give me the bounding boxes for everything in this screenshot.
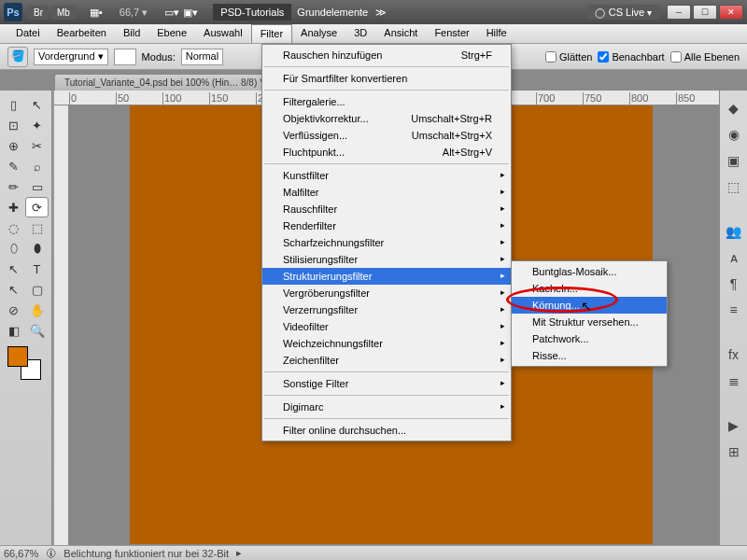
menu-bearbeiten[interactable]: Bearbeiten — [49, 24, 115, 43]
panel-icon-11[interactable]: ⊞ — [722, 440, 746, 464]
tool-preset-icon[interactable] — [7, 47, 28, 67]
tool-19[interactable]: ▢ — [25, 279, 49, 300]
submenu-item-risse-[interactable]: Risse... — [512, 347, 667, 364]
tool-12[interactable]: ◌ — [2, 217, 25, 238]
menu-item-weichzeichnungsfilter[interactable]: Weichzeichnungsfilter — [262, 335, 511, 352]
menu-auswahl[interactable]: Auswahl — [195, 24, 251, 43]
menu-item-fluchtpunkt-[interactable]: Fluchtpunkt...Alt+Strg+V — [262, 144, 511, 161]
menu-item-scharfzeichnungsfilter[interactable]: Scharfzeichnungsfilter — [262, 234, 511, 251]
panel-icon-6[interactable]: ¶ — [722, 272, 746, 296]
status-arrow-icon[interactable]: ▸ — [236, 547, 242, 559]
tool-21[interactable]: ✋ — [25, 300, 49, 320]
all-layers-checkbox[interactable]: Alle Ebenen — [670, 51, 740, 63]
tool-10[interactable]: ✚ — [2, 197, 25, 217]
tool-16[interactable]: ↖ — [2, 259, 25, 279]
pattern-swatch[interactable] — [114, 49, 136, 65]
menu-item-vergr-berungsfilter[interactable]: Vergröberungsfilter — [262, 285, 511, 301]
close-button[interactable]: ✕ — [719, 5, 743, 20]
menu-item-f-r-smartfilter-konvertieren[interactable]: Für Smartfilter konvertieren — [262, 70, 511, 87]
submenu-item-buntglas-mosaik-[interactable]: Buntglas-Mosaik... — [512, 263, 667, 280]
menu-item-zeichenfilter[interactable]: Zeichenfilter — [262, 352, 511, 369]
menu-item-verfl-ssigen-[interactable]: Verflüssigen...Umschalt+Strg+X — [262, 127, 511, 144]
filter-menu-dropdown: Rauschen hinzufügenStrg+FFür Smartfilter… — [261, 44, 512, 441]
tool-17[interactable]: T — [25, 259, 49, 279]
tool-0[interactable]: ▯ — [2, 94, 25, 115]
antialias-checkbox[interactable]: Glätten — [545, 51, 592, 63]
panel-icon-7[interactable]: ≡ — [722, 298, 746, 322]
menu-ansicht[interactable]: Ansicht — [375, 24, 426, 43]
menu-filter[interactable]: Filter — [251, 24, 292, 43]
menu-analyse[interactable]: Analyse — [292, 24, 345, 43]
menu-hilfe[interactable]: Hilfe — [478, 24, 515, 43]
tool-2[interactable]: ⊡ — [2, 115, 25, 135]
view-extras-icon[interactable]: ▭▾ — [164, 7, 179, 19]
menu-datei[interactable]: Datei — [7, 24, 49, 43]
menu-item-stilisierungsfilter[interactable]: Stilisierungsfilter — [262, 251, 511, 268]
tool-22[interactable]: ◧ — [2, 320, 25, 341]
fill-source-dropdown[interactable]: Vordergrund ▾ — [34, 49, 108, 65]
tool-4[interactable]: ⊕ — [2, 135, 25, 156]
menu-item-videofilter[interactable]: Videofilter — [262, 318, 511, 335]
menu-item-malfilter[interactable]: Malfilter — [262, 184, 511, 201]
menu-item-rauschfilter[interactable]: Rauschfilter — [262, 201, 511, 217]
panel-icon-2[interactable]: ▣ — [722, 148, 746, 173]
panel-icon-9[interactable]: ≣ — [722, 369, 746, 393]
tool-13[interactable]: ⬚ — [25, 217, 49, 238]
menu-item-verzerrungsfilter[interactable]: Verzerrungsfilter — [262, 301, 511, 318]
cs-live-button[interactable]: CS Live ▾ — [587, 5, 659, 20]
workspace-button[interactable]: PSD-Tutorials — [213, 4, 291, 21]
panel-icon-4[interactable]: 👥 — [722, 219, 746, 244]
tool-5[interactable]: ✂ — [25, 135, 49, 156]
panel-icon-10[interactable]: ▶ — [722, 413, 746, 438]
menu-fenster[interactable]: Fenster — [426, 24, 477, 43]
tool-20[interactable]: ⊘ — [2, 300, 25, 320]
menu-item-renderfilter[interactable]: Renderfilter — [262, 217, 511, 234]
menu-item-kunstfilter[interactable]: Kunstfilter — [262, 167, 511, 184]
document-tab[interactable]: Tutorial_Variante_04.psd bei 100% (Hin… … — [54, 74, 274, 91]
panel-icon-5[interactable]: ᴀ — [722, 245, 746, 270]
tool-7[interactable]: ⌕ — [25, 156, 49, 176]
contiguous-checkbox[interactable]: Benachbart — [598, 51, 664, 63]
maximize-button[interactable]: ☐ — [693, 5, 717, 20]
menu-item-sonstige-filter[interactable]: Sonstige Filter — [262, 375, 511, 392]
submenu-item-mit-struktur-versehen-[interactable]: Mit Struktur versehen... — [512, 314, 667, 330]
mode-dropdown[interactable]: Normal — [181, 49, 223, 65]
tool-15[interactable]: ⬮ — [25, 238, 49, 259]
zoom-level[interactable]: 66,7 ▾ — [120, 7, 148, 19]
more-icon[interactable]: ≫ — [375, 7, 387, 19]
view-arrange-icon[interactable]: ▦▪ — [90, 7, 103, 19]
tool-6[interactable]: ✎ — [2, 156, 25, 176]
submenu-item-patchwork-[interactable]: Patchwork... — [512, 330, 667, 347]
menu-item-filter-online-durchsuchen-[interactable]: Filter online durchsuchen... — [262, 422, 511, 439]
screen-mode-icon[interactable]: ▣▾ — [183, 7, 198, 19]
menu-item-rauschen-hinzuf-gen[interactable]: Rauschen hinzufügenStrg+F — [262, 47, 511, 63]
menu-bild[interactable]: Bild — [115, 24, 148, 43]
menu-item-filtergalerie-[interactable]: Filtergalerie... — [262, 93, 511, 110]
panel-icon-1[interactable]: ◉ — [722, 122, 746, 147]
panel-icon-3[interactable]: ⬚ — [722, 175, 746, 199]
bridge-button[interactable]: Br — [28, 6, 49, 20]
minimize-button[interactable]: ─ — [667, 5, 691, 20]
status-message: Belichtung funktioniert nur bei 32-Bit — [63, 548, 229, 559]
submenu-item-k-rnung-[interactable]: Körnung... — [512, 297, 667, 314]
panel-icon-8[interactable]: fx — [722, 343, 746, 367]
minibridge-button[interactable]: Mb — [51, 6, 76, 20]
menu-3d[interactable]: 3D — [345, 24, 375, 43]
tool-11[interactable]: ⟳ — [25, 197, 49, 217]
menu-ebene[interactable]: Ebene — [148, 24, 195, 43]
workspace-label[interactable]: Grundelemente — [297, 7, 368, 18]
menu-item-digimarc[interactable]: Digimarc — [262, 399, 511, 415]
status-zoom[interactable]: 66,67% — [4, 548, 38, 559]
tool-14[interactable]: ⬯ — [2, 238, 25, 259]
panel-icon-0[interactable]: ◆ — [722, 96, 746, 120]
tool-8[interactable]: ✏ — [2, 176, 25, 197]
tool-3[interactable]: ✦ — [25, 115, 49, 135]
menu-item-strukturierungsfilter[interactable]: Strukturierungsfilter — [262, 268, 511, 285]
tool-9[interactable]: ▭ — [25, 176, 49, 197]
tool-23[interactable]: 🔍 — [25, 320, 49, 341]
tool-1[interactable]: ↖ — [25, 94, 49, 115]
submenu-item-kacheln-[interactable]: Kacheln... — [512, 280, 667, 297]
fg-color-swatch[interactable] — [7, 346, 28, 367]
tool-18[interactable]: ↖ — [2, 279, 25, 300]
menu-item-objektivkorrektur-[interactable]: Objektivkorrektur...Umschalt+Strg+R — [262, 110, 511, 127]
